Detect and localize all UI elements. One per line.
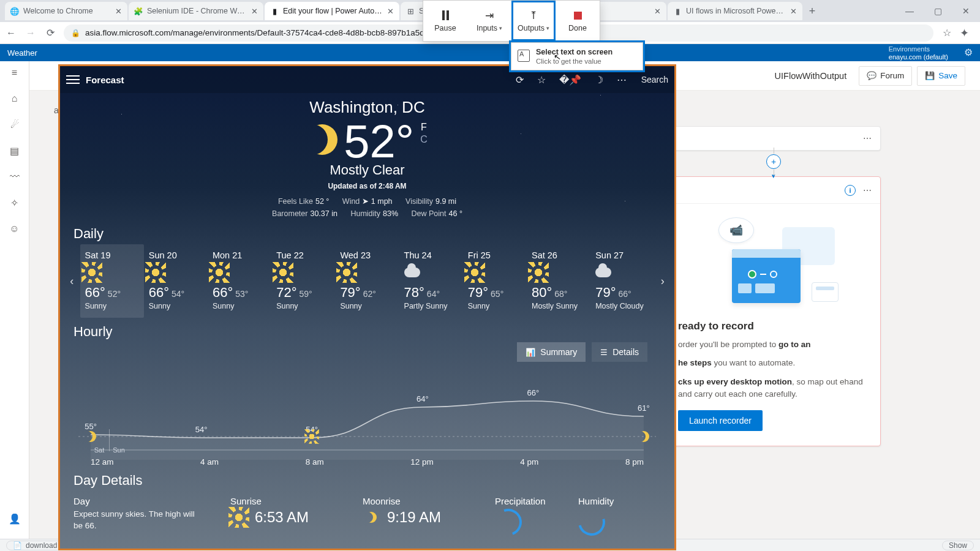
tab-close-icon[interactable]: ✕	[386, 7, 394, 16]
chat-icon: 💬	[867, 71, 876, 80]
launch-recorder-button[interactable]: Launch recorder	[678, 410, 763, 431]
day-name: Sat 19	[85, 250, 139, 260]
x-tick: 8 pm	[625, 457, 644, 467]
updated-time: Updated as of 2:48 AM	[60, 182, 674, 190]
nav-flows-icon[interactable]: ☄	[10, 119, 19, 130]
daily-card[interactable]: Thu 2478°64°Partly Sunny	[399, 244, 463, 318]
tab-title: Welcome to Chrome	[23, 7, 110, 15]
settings-gear-icon[interactable]: ⚙	[964, 47, 973, 58]
day-cond: Sunny	[213, 302, 266, 310]
daily-card[interactable]: Sun 2066°54°Sunny	[144, 244, 208, 318]
unit-f[interactable]: F	[420, 122, 428, 133]
recorder-inputs-button[interactable]: ⇥ Inputs▾	[467, 1, 511, 41]
add-step-button[interactable]: +▾	[766, 154, 781, 169]
nav-reload[interactable]: ⟳	[44, 27, 56, 39]
save-button[interactable]: 💾Save	[917, 66, 965, 86]
recorder-outputs-menu-item[interactable]: Select text on screen Click to get the v…	[511, 42, 643, 70]
extensions-icon[interactable]: ✦	[958, 27, 970, 39]
daily-card[interactable]: Fri 2579°65°Sunny	[463, 244, 527, 318]
x-tick: 4 am	[200, 457, 219, 467]
sun-icon	[85, 266, 99, 279]
menu-item-subtitle: Click to get the value	[536, 58, 612, 65]
nav-forward[interactable]: →	[24, 27, 37, 39]
x-tick: 8 am	[306, 457, 324, 467]
day-label: Day	[74, 496, 208, 506]
hourly-temp-label: 64°	[417, 394, 429, 403]
daily-next-icon[interactable]: ›	[654, 244, 671, 318]
tab-close-icon[interactable]: ✕	[789, 7, 797, 16]
nav-hamburger-icon[interactable]: ≡	[12, 67, 17, 78]
tab-close-icon[interactable]: ✕	[114, 7, 123, 16]
day-cond: Sunny	[340, 302, 394, 310]
weather-more-icon[interactable]: ⋯	[617, 74, 628, 86]
day-temp: 66°54°	[149, 285, 203, 301]
card-more-icon[interactable]: ⋯	[863, 186, 873, 195]
day-name: Sun 20	[149, 250, 203, 260]
info-icon[interactable]: i	[845, 185, 856, 196]
window-maximize[interactable]: ▢	[924, 0, 952, 22]
weather-menu-icon[interactable]	[66, 73, 80, 86]
window-minimize[interactable]: ―	[895, 0, 924, 22]
recorder-done-button[interactable]: Done	[556, 1, 600, 41]
daily-prev-icon[interactable]: ‹	[64, 244, 80, 318]
x-tick: 4 pm	[520, 457, 538, 467]
hourly-summary-button[interactable]: 📊Summary	[517, 342, 586, 362]
weather-app-window: Forecast ⟳ ☆ �📌 ☽ ⋯ Search Washington, D…	[60, 66, 674, 549]
flow-step-card[interactable]: ⋯	[666, 126, 881, 151]
browser-tab[interactable]: ▮UI flows in Microsoft Power Aut✕	[668, 2, 802, 20]
nav-ai-icon[interactable]: ✧	[10, 197, 18, 209]
tab-title: Edit your flow | Power Automate	[283, 7, 382, 15]
hourly-temp-label: 61°	[638, 403, 650, 413]
day-temp: 79°66°	[595, 285, 649, 301]
downloads-show-all[interactable]: Show	[942, 541, 974, 550]
record-app-card: i ⋯ 📹 ready to	[666, 176, 881, 446]
favorite-star-icon[interactable]: ☆	[537, 74, 546, 86]
recorder-pause-button[interactable]: Pause	[423, 1, 467, 41]
daily-card[interactable]: Sun 2779°66°Mostly Cloudy	[590, 244, 654, 318]
humidity-gauge-icon	[573, 504, 610, 541]
ready-heading: ready to record	[678, 320, 869, 332]
ready-p2: he steps you want to automate.	[678, 357, 869, 369]
browser-tab[interactable]: ▮Edit your flow | Power Automate✕	[265, 2, 399, 20]
window-close[interactable]: ✕	[952, 0, 980, 22]
night-mode-icon[interactable]: ☽	[595, 74, 603, 86]
step-more-icon[interactable]: ⋯	[863, 133, 873, 143]
unit-c[interactable]: C	[420, 134, 428, 145]
sunrise-icon	[230, 509, 247, 526]
daily-card[interactable]: Sat 1966°52°Sunny	[80, 244, 144, 318]
recorder-outputs-button[interactable]: ⤒ Outputs▾	[511, 1, 556, 41]
tab-title: Selenium IDE - Chrome Web Sto	[147, 7, 246, 15]
nav-home-icon[interactable]: ⌂	[12, 93, 18, 104]
daily-card[interactable]: Tue 2272°59°Sunny	[271, 244, 335, 318]
daily-card[interactable]: Mon 2166°53°Sunny	[208, 244, 271, 318]
bookmark-star-icon[interactable]: ☆	[941, 27, 953, 39]
nav-account-icon[interactable]: 👤	[9, 513, 21, 525]
chevron-down-icon: ▾	[546, 25, 549, 31]
daily-card[interactable]: Sat 2680°68°Mostly Sunny	[527, 244, 590, 318]
environment-picker[interactable]: Environments enayu.com (default)	[889, 45, 948, 61]
inputs-icon: ⇥	[485, 9, 494, 21]
hourly-details-button[interactable]: ☰Details	[592, 342, 647, 362]
day-name: Sun 27	[595, 250, 649, 260]
weather-search[interactable]: Search	[641, 75, 668, 84]
camera-icon: 📹	[718, 217, 754, 243]
new-tab-button[interactable]: +	[804, 5, 821, 18]
weather-title: Forecast	[86, 75, 124, 85]
nav-back[interactable]: ←	[5, 27, 17, 39]
humidity-label: Humidity	[578, 496, 639, 506]
moonrise-label: Moonrise	[363, 496, 473, 506]
browser-tab[interactable]: 🧩Selenium IDE - Chrome Web Sto✕	[129, 2, 263, 20]
forum-button[interactable]: 💬Forum	[859, 66, 912, 86]
pin-icon[interactable]: �📌	[559, 74, 581, 86]
browser-tab[interactable]: 🌐Welcome to Chrome✕	[5, 2, 127, 20]
nav-solutions-icon[interactable]: ☺	[9, 223, 19, 234]
tab-close-icon[interactable]: ✕	[653, 7, 662, 16]
tab-close-icon[interactable]: ✕	[250, 7, 258, 16]
daily-card[interactable]: Wed 2379°62°Sunny	[335, 244, 399, 318]
nav-connectors-icon[interactable]: 〰	[10, 171, 20, 182]
recorder-illustration: 📹	[712, 217, 835, 309]
day-name: Mon 21	[213, 250, 266, 260]
nav-templates-icon[interactable]: ▤	[10, 145, 19, 157]
sun-icon	[213, 266, 226, 279]
refresh-icon[interactable]: ⟳	[516, 74, 524, 86]
